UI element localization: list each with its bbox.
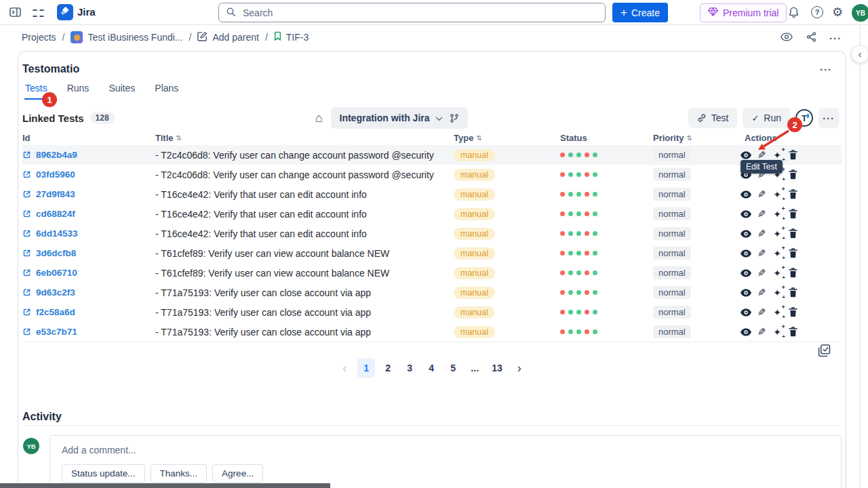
- test-id-link[interactable]: 8962b4a9: [36, 150, 77, 160]
- view-test-button[interactable]: [741, 327, 751, 338]
- tab-runs[interactable]: Runs: [66, 83, 90, 100]
- tab-tests[interactable]: Tests: [24, 83, 48, 100]
- page-button-5[interactable]: 5: [444, 359, 462, 378]
- test-id-link[interactable]: 6eb06710: [36, 268, 77, 278]
- quick-reply-button-0[interactable]: Status update...: [62, 464, 145, 483]
- view-test-button[interactable]: [741, 268, 751, 279]
- search-input[interactable]: [241, 7, 598, 19]
- ai-sparkles-button[interactable]: ✦: [772, 228, 783, 239]
- tab-plans[interactable]: Plans: [154, 83, 179, 100]
- testomatio-logo[interactable]: T: [795, 109, 813, 127]
- sort-icon[interactable]: ⇅: [687, 134, 692, 142]
- ai-sparkles-button[interactable]: ✦: [772, 287, 783, 298]
- more-actions-button[interactable]: ···: [825, 28, 846, 48]
- breadcrumb-issue-key[interactable]: TIF-3: [274, 31, 309, 43]
- edit-test-button[interactable]: ✎: [756, 189, 767, 200]
- toolbar-more-button[interactable]: ···: [818, 108, 839, 128]
- comment-input[interactable]: Add a comment... Status update...Thanks.…: [50, 435, 842, 488]
- delete-test-button[interactable]: [787, 307, 798, 318]
- delete-test-button[interactable]: [787, 268, 798, 279]
- sidebar-toggle-button[interactable]: [9, 7, 21, 20]
- test-id-link[interactable]: 27d9f843: [36, 189, 75, 199]
- delete-test-button[interactable]: [787, 287, 798, 298]
- multi-select-icon[interactable]: [818, 344, 831, 359]
- edit-test-button[interactable]: ✎: [756, 307, 767, 318]
- create-button[interactable]: + Create: [612, 3, 668, 22]
- edit-test-button[interactable]: ✎: [756, 150, 767, 161]
- previous-page-button[interactable]: ‹: [336, 359, 353, 378]
- column-header-title[interactable]: Title⇅: [155, 133, 454, 143]
- column-header-priority[interactable]: Priority⇅: [653, 133, 745, 143]
- home-icon[interactable]: ⌂: [315, 112, 323, 124]
- external-link-icon[interactable]: [22, 288, 31, 297]
- add-parent-button[interactable]: Add parent: [197, 31, 259, 43]
- delete-test-button[interactable]: [787, 228, 798, 239]
- edit-test-button[interactable]: ✎: [756, 287, 767, 298]
- ai-sparkles-button[interactable]: ✦: [772, 307, 783, 318]
- ai-sparkles-button[interactable]: ✦: [772, 327, 783, 338]
- edit-test-button[interactable]: ✎: [756, 209, 767, 220]
- view-test-button[interactable]: [741, 287, 751, 298]
- watch-button[interactable]: [776, 28, 797, 48]
- sort-icon[interactable]: ⇅: [176, 134, 182, 142]
- page-button-3[interactable]: 3: [401, 359, 418, 378]
- ai-sparkles-button[interactable]: ✦: [772, 150, 783, 161]
- external-link-icon[interactable]: [22, 268, 31, 277]
- table-row[interactable]: 03fd5960 - T2c4c06d8: Verify user can ch…: [22, 165, 842, 184]
- collapse-panel-button[interactable]: ‹: [851, 45, 868, 63]
- user-avatar[interactable]: YB: [852, 4, 868, 22]
- view-test-button[interactable]: [741, 307, 751, 318]
- table-row[interactable]: 6eb06710 - T61cfef89: Verify user can vi…: [22, 263, 842, 283]
- test-id-link[interactable]: 03fd5960: [36, 169, 75, 180]
- delete-test-button[interactable]: [787, 327, 798, 338]
- test-id-link[interactable]: cd68824f: [36, 209, 75, 219]
- view-test-button[interactable]: [741, 209, 751, 220]
- share-button[interactable]: [800, 28, 822, 48]
- help-button[interactable]: ?: [811, 6, 823, 18]
- edit-test-button[interactable]: ✎: [756, 228, 767, 239]
- external-link-icon[interactable]: [22, 150, 31, 159]
- delete-test-button[interactable]: [787, 150, 798, 161]
- table-row[interactable]: f2c58a6d - T71a75193: Verify user can cl…: [22, 302, 842, 322]
- table-row[interactable]: e53c7b71 - T71a75193: Verify user can cl…: [22, 322, 842, 342]
- external-link-icon[interactable]: [22, 249, 31, 258]
- external-link-icon[interactable]: [22, 308, 31, 317]
- view-test-button[interactable]: [741, 228, 751, 239]
- app-switcher-button[interactable]: [33, 7, 44, 18]
- external-link-icon[interactable]: [22, 229, 31, 238]
- view-test-button[interactable]: [741, 248, 751, 259]
- branch-icon[interactable]: [450, 113, 459, 123]
- external-link-icon[interactable]: [22, 190, 31, 199]
- quick-reply-button-2[interactable]: Agree...: [212, 464, 263, 483]
- table-row[interactable]: 8962b4a9 - T2c4c06d8: Verify user can ch…: [22, 145, 842, 165]
- edit-test-button[interactable]: ✎: [756, 268, 767, 279]
- breadcrumb-projects[interactable]: Projects: [22, 32, 56, 43]
- premium-trial-button[interactable]: Premium trial: [700, 3, 787, 22]
- table-row[interactable]: 6dd14533 - T16ce4e42: Verify that user c…: [22, 224, 842, 243]
- external-link-icon[interactable]: [22, 327, 31, 336]
- page-button-2[interactable]: 2: [379, 359, 397, 378]
- ai-sparkles-button[interactable]: ✦: [772, 248, 783, 259]
- sort-icon[interactable]: ⇅: [476, 134, 481, 142]
- breadcrumb-project[interactable]: Test iBusiness Fundi...: [71, 31, 182, 43]
- test-id-link[interactable]: 6dd14533: [36, 228, 78, 239]
- ai-sparkles-button[interactable]: ✦: [772, 268, 783, 279]
- delete-test-button[interactable]: [787, 209, 798, 220]
- link-test-button[interactable]: Test: [688, 108, 738, 128]
- edit-test-button[interactable]: ✎: [756, 248, 767, 259]
- delete-test-button[interactable]: [787, 189, 798, 200]
- settings-button[interactable]: ⚙: [832, 5, 843, 20]
- table-row[interactable]: cd68824f - T16ce4e42: Verify that user c…: [22, 204, 842, 224]
- branch-selector[interactable]: Integration with Jira: [331, 107, 468, 129]
- view-test-button[interactable]: [741, 150, 751, 161]
- test-id-link[interactable]: 9d63c2f3: [36, 287, 75, 298]
- edit-test-button[interactable]: ✎: [756, 327, 767, 338]
- next-page-button[interactable]: ›: [511, 359, 528, 378]
- delete-test-button[interactable]: [787, 248, 798, 259]
- tab-suites[interactable]: Suites: [108, 83, 136, 100]
- quick-reply-button-1[interactable]: Thanks...: [151, 464, 208, 483]
- ai-sparkles-button[interactable]: ✦: [772, 209, 783, 220]
- global-search[interactable]: [218, 3, 606, 22]
- table-row[interactable]: 9d63c2f3 - T71a75193: Verify user can cl…: [22, 283, 842, 302]
- panel-more-button[interactable]: ···: [816, 63, 836, 76]
